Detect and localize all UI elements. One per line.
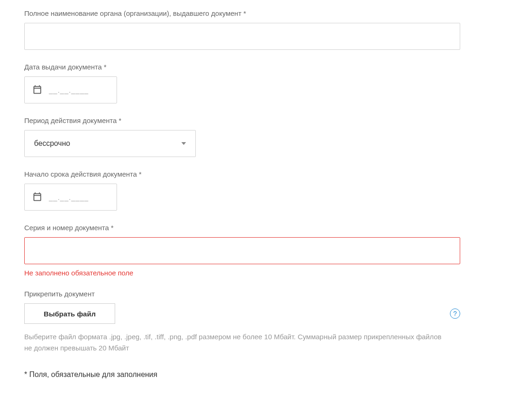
validity-period-select[interactable]: бессрочно (24, 130, 196, 157)
choose-file-button[interactable]: Выбрать файл (24, 303, 115, 324)
attach-label: Прикрепить документ (24, 290, 508, 298)
start-date-placeholder: __.__.____ (49, 193, 89, 201)
attach-field-group: Прикрепить документ Выбрать файл ? Выбер… (24, 290, 508, 354)
help-icon[interactable]: ? (450, 308, 460, 319)
file-button-row: Выбрать файл ? (24, 303, 460, 324)
serial-number-error: Не заполнено обязательное поле (24, 269, 508, 277)
issue-date-label: Дата выдачи документа * (24, 63, 508, 71)
calendar-icon (32, 192, 42, 202)
issue-date-input[interactable]: __.__.____ (24, 76, 117, 103)
start-date-input[interactable]: __.__.____ (24, 184, 117, 211)
issuer-input[interactable] (24, 23, 460, 50)
issuer-field-group: Полное наименование органа (организации)… (24, 9, 508, 50)
validity-period-selected: бессрочно (34, 139, 70, 148)
serial-number-input[interactable] (24, 237, 460, 264)
start-date-label: Начало срока действия документа * (24, 170, 508, 178)
start-date-field-group: Начало срока действия документа * __.__.… (24, 170, 508, 211)
serial-number-field-group: Серия и номер документа * Не заполнено о… (24, 224, 508, 277)
validity-period-label: Период действия документа * (24, 116, 508, 124)
calendar-icon (32, 85, 42, 95)
serial-number-label: Серия и номер документа * (24, 224, 508, 232)
required-fields-note: * Поля, обязательные для заполнения (24, 370, 508, 379)
issue-date-field-group: Дата выдачи документа * __.__.____ (24, 63, 508, 103)
chevron-down-icon (181, 142, 186, 145)
issue-date-placeholder: __.__.____ (49, 86, 89, 94)
file-hint-text: Выберите файл формата .jpg, .jpeg, .tif,… (24, 331, 444, 354)
issuer-label: Полное наименование органа (организации)… (24, 9, 508, 17)
validity-period-field-group: Период действия документа * бессрочно (24, 116, 508, 157)
